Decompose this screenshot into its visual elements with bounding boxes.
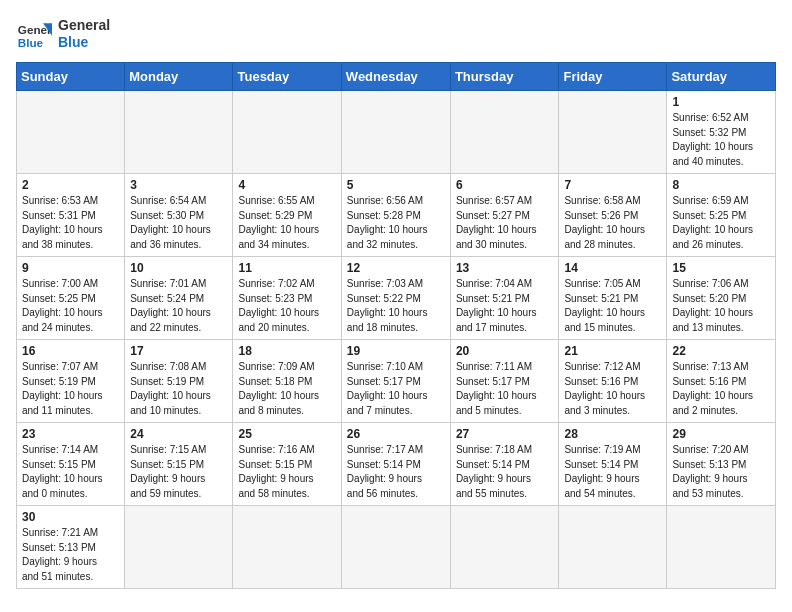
day-info: Sunrise: 7:08 AM Sunset: 5:19 PM Dayligh… xyxy=(130,360,227,418)
calendar-cell: 13Sunrise: 7:04 AM Sunset: 5:21 PM Dayli… xyxy=(450,257,559,340)
day-number: 11 xyxy=(238,261,335,275)
day-info: Sunrise: 6:57 AM Sunset: 5:27 PM Dayligh… xyxy=(456,194,554,252)
calendar-cell xyxy=(341,91,450,174)
calendar-cell: 17Sunrise: 7:08 AM Sunset: 5:19 PM Dayli… xyxy=(125,340,233,423)
calendar-cell: 9Sunrise: 7:00 AM Sunset: 5:25 PM Daylig… xyxy=(17,257,125,340)
day-number: 16 xyxy=(22,344,119,358)
day-number: 18 xyxy=(238,344,335,358)
calendar-cell xyxy=(233,91,341,174)
day-info: Sunrise: 6:56 AM Sunset: 5:28 PM Dayligh… xyxy=(347,194,445,252)
calendar-cell: 25Sunrise: 7:16 AM Sunset: 5:15 PM Dayli… xyxy=(233,423,341,506)
day-number: 25 xyxy=(238,427,335,441)
day-info: Sunrise: 7:04 AM Sunset: 5:21 PM Dayligh… xyxy=(456,277,554,335)
calendar-cell: 19Sunrise: 7:10 AM Sunset: 5:17 PM Dayli… xyxy=(341,340,450,423)
calendar-cell xyxy=(450,91,559,174)
calendar-cell: 30Sunrise: 7:21 AM Sunset: 5:13 PM Dayli… xyxy=(17,506,125,589)
day-number: 29 xyxy=(672,427,770,441)
day-info: Sunrise: 6:59 AM Sunset: 5:25 PM Dayligh… xyxy=(672,194,770,252)
calendar-cell: 29Sunrise: 7:20 AM Sunset: 5:13 PM Dayli… xyxy=(667,423,776,506)
day-info: Sunrise: 7:00 AM Sunset: 5:25 PM Dayligh… xyxy=(22,277,119,335)
day-info: Sunrise: 7:17 AM Sunset: 5:14 PM Dayligh… xyxy=(347,443,445,501)
calendar-cell: 3Sunrise: 6:54 AM Sunset: 5:30 PM Daylig… xyxy=(125,174,233,257)
day-info: Sunrise: 7:01 AM Sunset: 5:24 PM Dayligh… xyxy=(130,277,227,335)
calendar-cell: 21Sunrise: 7:12 AM Sunset: 5:16 PM Dayli… xyxy=(559,340,667,423)
day-info: Sunrise: 6:52 AM Sunset: 5:32 PM Dayligh… xyxy=(672,111,770,169)
day-number: 22 xyxy=(672,344,770,358)
day-info: Sunrise: 7:21 AM Sunset: 5:13 PM Dayligh… xyxy=(22,526,119,584)
day-number: 21 xyxy=(564,344,661,358)
weekday-header-saturday: Saturday xyxy=(667,63,776,91)
weekday-header-wednesday: Wednesday xyxy=(341,63,450,91)
calendar-cell xyxy=(559,506,667,589)
day-number: 8 xyxy=(672,178,770,192)
calendar-cell: 11Sunrise: 7:02 AM Sunset: 5:23 PM Dayli… xyxy=(233,257,341,340)
day-number: 30 xyxy=(22,510,119,524)
calendar-cell: 12Sunrise: 7:03 AM Sunset: 5:22 PM Dayli… xyxy=(341,257,450,340)
day-number: 26 xyxy=(347,427,445,441)
day-info: Sunrise: 7:14 AM Sunset: 5:15 PM Dayligh… xyxy=(22,443,119,501)
day-number: 7 xyxy=(564,178,661,192)
day-info: Sunrise: 7:09 AM Sunset: 5:18 PM Dayligh… xyxy=(238,360,335,418)
calendar-cell: 10Sunrise: 7:01 AM Sunset: 5:24 PM Dayli… xyxy=(125,257,233,340)
day-info: Sunrise: 7:19 AM Sunset: 5:14 PM Dayligh… xyxy=(564,443,661,501)
calendar-cell: 22Sunrise: 7:13 AM Sunset: 5:16 PM Dayli… xyxy=(667,340,776,423)
logo-blue-text: Blue xyxy=(58,34,110,51)
day-number: 10 xyxy=(130,261,227,275)
day-info: Sunrise: 6:54 AM Sunset: 5:30 PM Dayligh… xyxy=(130,194,227,252)
calendar-cell: 6Sunrise: 6:57 AM Sunset: 5:27 PM Daylig… xyxy=(450,174,559,257)
calendar-cell: 7Sunrise: 6:58 AM Sunset: 5:26 PM Daylig… xyxy=(559,174,667,257)
page-header: General Blue General Blue xyxy=(16,16,776,52)
calendar-cell xyxy=(125,91,233,174)
day-info: Sunrise: 7:07 AM Sunset: 5:19 PM Dayligh… xyxy=(22,360,119,418)
calendar-cell: 24Sunrise: 7:15 AM Sunset: 5:15 PM Dayli… xyxy=(125,423,233,506)
day-number: 14 xyxy=(564,261,661,275)
svg-text:Blue: Blue xyxy=(18,36,44,49)
day-number: 28 xyxy=(564,427,661,441)
day-info: Sunrise: 7:15 AM Sunset: 5:15 PM Dayligh… xyxy=(130,443,227,501)
day-info: Sunrise: 6:58 AM Sunset: 5:26 PM Dayligh… xyxy=(564,194,661,252)
day-info: Sunrise: 7:18 AM Sunset: 5:14 PM Dayligh… xyxy=(456,443,554,501)
day-number: 5 xyxy=(347,178,445,192)
weekday-header-tuesday: Tuesday xyxy=(233,63,341,91)
calendar-cell: 8Sunrise: 6:59 AM Sunset: 5:25 PM Daylig… xyxy=(667,174,776,257)
calendar-cell: 15Sunrise: 7:06 AM Sunset: 5:20 PM Dayli… xyxy=(667,257,776,340)
day-number: 15 xyxy=(672,261,770,275)
day-number: 20 xyxy=(456,344,554,358)
day-number: 3 xyxy=(130,178,227,192)
calendar-cell xyxy=(17,91,125,174)
day-number: 12 xyxy=(347,261,445,275)
day-info: Sunrise: 7:16 AM Sunset: 5:15 PM Dayligh… xyxy=(238,443,335,501)
calendar-cell: 28Sunrise: 7:19 AM Sunset: 5:14 PM Dayli… xyxy=(559,423,667,506)
day-info: Sunrise: 6:53 AM Sunset: 5:31 PM Dayligh… xyxy=(22,194,119,252)
day-number: 24 xyxy=(130,427,227,441)
day-info: Sunrise: 6:55 AM Sunset: 5:29 PM Dayligh… xyxy=(238,194,335,252)
day-number: 23 xyxy=(22,427,119,441)
day-number: 4 xyxy=(238,178,335,192)
calendar-cell: 26Sunrise: 7:17 AM Sunset: 5:14 PM Dayli… xyxy=(341,423,450,506)
calendar-cell: 4Sunrise: 6:55 AM Sunset: 5:29 PM Daylig… xyxy=(233,174,341,257)
calendar-cell xyxy=(559,91,667,174)
day-number: 9 xyxy=(22,261,119,275)
calendar-cell: 18Sunrise: 7:09 AM Sunset: 5:18 PM Dayli… xyxy=(233,340,341,423)
calendar-cell: 16Sunrise: 7:07 AM Sunset: 5:19 PM Dayli… xyxy=(17,340,125,423)
calendar-cell: 27Sunrise: 7:18 AM Sunset: 5:14 PM Dayli… xyxy=(450,423,559,506)
weekday-header-sunday: Sunday xyxy=(17,63,125,91)
weekday-header-monday: Monday xyxy=(125,63,233,91)
weekday-header-thursday: Thursday xyxy=(450,63,559,91)
day-number: 27 xyxy=(456,427,554,441)
day-info: Sunrise: 7:13 AM Sunset: 5:16 PM Dayligh… xyxy=(672,360,770,418)
day-number: 13 xyxy=(456,261,554,275)
calendar-cell xyxy=(233,506,341,589)
day-number: 17 xyxy=(130,344,227,358)
day-info: Sunrise: 7:06 AM Sunset: 5:20 PM Dayligh… xyxy=(672,277,770,335)
calendar-cell: 14Sunrise: 7:05 AM Sunset: 5:21 PM Dayli… xyxy=(559,257,667,340)
weekday-header-row: SundayMondayTuesdayWednesdayThursdayFrid… xyxy=(17,63,776,91)
logo-general-text: General xyxy=(58,17,110,34)
calendar-cell: 5Sunrise: 6:56 AM Sunset: 5:28 PM Daylig… xyxy=(341,174,450,257)
day-info: Sunrise: 7:10 AM Sunset: 5:17 PM Dayligh… xyxy=(347,360,445,418)
day-info: Sunrise: 7:20 AM Sunset: 5:13 PM Dayligh… xyxy=(672,443,770,501)
calendar-cell: 23Sunrise: 7:14 AM Sunset: 5:15 PM Dayli… xyxy=(17,423,125,506)
day-info: Sunrise: 7:05 AM Sunset: 5:21 PM Dayligh… xyxy=(564,277,661,335)
calendar-cell xyxy=(125,506,233,589)
weekday-header-friday: Friday xyxy=(559,63,667,91)
